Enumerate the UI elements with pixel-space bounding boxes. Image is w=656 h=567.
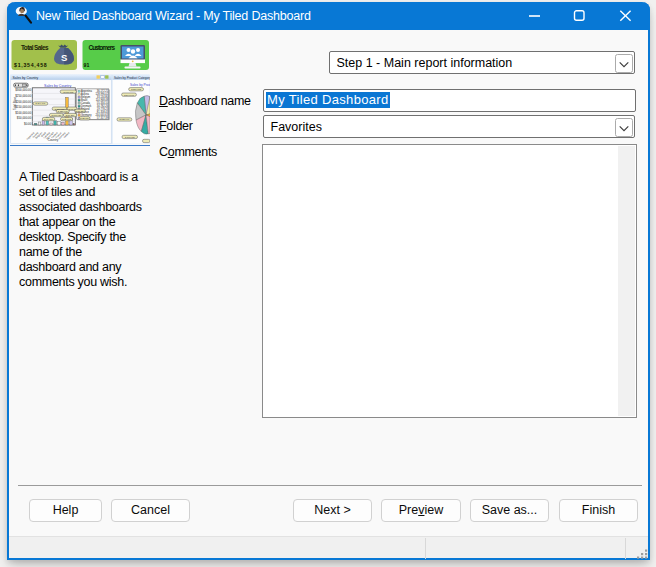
svg-text:Total Sales: Total Sales bbox=[21, 44, 49, 51]
svg-text:Sales by Country: Sales by Country bbox=[44, 84, 72, 88]
svg-text:$250,000.00: $250,000.00 bbox=[15, 94, 31, 98]
svg-text:Sales by Country: Sales by Country bbox=[13, 76, 39, 80]
svg-text:$300,000.00: $300,000.00 bbox=[15, 88, 31, 92]
svg-text:Total Price: Total Price bbox=[13, 96, 17, 110]
svg-text:Country: Country bbox=[48, 138, 59, 142]
svg-text:$50,000.00: $50,000.00 bbox=[17, 116, 32, 120]
svg-text:91: 91 bbox=[84, 62, 90, 68]
svg-text:$200,000.00: $200,000.00 bbox=[15, 100, 31, 104]
svg-text:$100,000.00: $100,000.00 bbox=[15, 111, 31, 115]
svg-text:$0.00: $0.00 bbox=[24, 122, 32, 126]
svg-text:Sales by Product Category: Sales by Product Category bbox=[114, 76, 150, 80]
svg-text:Customers: Customers bbox=[89, 44, 116, 51]
svg-text:Sales by Product: Sales by Product bbox=[130, 83, 150, 87]
svg-text:S: S bbox=[61, 52, 67, 63]
svg-text:$1,354,458: $1,354,458 bbox=[14, 62, 47, 68]
svg-text:$150,000.00: $150,000.00 bbox=[15, 105, 31, 109]
